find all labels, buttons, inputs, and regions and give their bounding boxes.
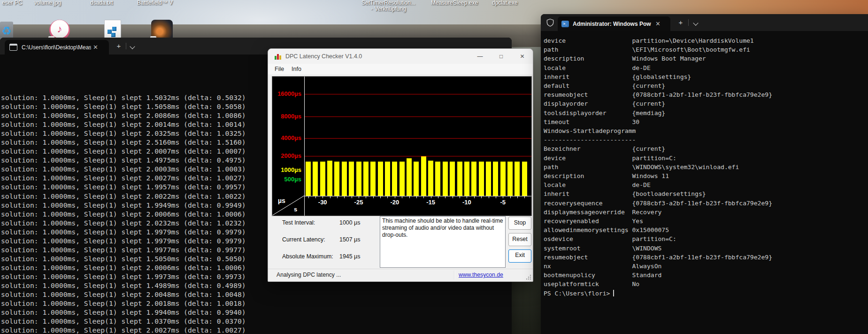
powershell-line: ------------------------- <box>544 135 772 144</box>
chart-x-tick <box>496 196 496 198</box>
terminal-tab[interactable]: C:\Users\flori\Desktop\Measu ✕ <box>5 40 109 54</box>
tab-close-icon[interactable]: ✕ <box>93 44 98 51</box>
latency-bar <box>515 162 520 196</box>
close-button[interactable]: ✕ <box>512 49 533 64</box>
chart-x-tick <box>524 196 525 198</box>
new-tab-button[interactable]: + <box>676 18 685 27</box>
chart-gridline <box>305 156 531 156</box>
thesycon-link[interactable]: www.thesycon.de <box>459 272 503 278</box>
stat-row: Absolute Maximum:1945 µs <box>282 253 381 261</box>
maximize-button[interactable]: □ <box>491 49 512 64</box>
latency-bar <box>479 162 484 196</box>
terminal-line: solution: 1.0000ms, Sleep(1) slept 1.997… <box>1 245 246 254</box>
resize-grip[interactable] <box>525 274 531 280</box>
powershell-line: locale de-DE <box>544 63 772 72</box>
stop-button[interactable]: Stop <box>508 217 531 230</box>
latency-bar <box>385 162 390 196</box>
stat-label: Absolute Maximum: <box>282 253 333 260</box>
chart-x-tick <box>416 196 417 198</box>
powershell-line: toolsdisplayorder {memdiag} <box>544 109 772 117</box>
powershell-line: default {current} <box>544 81 772 90</box>
latency-bar <box>464 162 469 196</box>
reset-button[interactable]: Reset <box>508 233 531 246</box>
powershell-line: inherit {globalsettings} <box>544 72 772 81</box>
powershell-line: nx AlwaysOn <box>544 262 772 271</box>
desktop-icon-label[interactable]: volume.jpg <box>34 0 61 6</box>
new-tab-button[interactable]: + <box>114 41 123 51</box>
chart-gridline <box>305 117 531 117</box>
chart-x-tick-label: -5 <box>493 199 512 206</box>
powershell-tabbar: >_ Administrator: Windows Pow ✕ + <box>541 14 868 31</box>
powershell-line: resumeobject {0788cbf1-a2bf-11ef-b23f-fb… <box>544 253 772 262</box>
tab-close-icon[interactable]: ✕ <box>655 20 661 27</box>
chart-y-tick-label: 8000µs <box>272 113 301 120</box>
powershell-line: description Windows 11 <box>544 171 772 180</box>
exit-button[interactable]: Exit <box>508 249 531 263</box>
powershell-icon: >_ <box>561 21 569 27</box>
stat-row: Current Latency:1507 µs <box>282 236 381 244</box>
powershell-line: inherit {bootloadersettings} <box>544 189 772 198</box>
stat-row: Test Interval:1000 µs <box>282 219 381 227</box>
y-unit-label: µs <box>278 197 285 204</box>
chart-x-tick <box>431 196 431 198</box>
powershell-line: description Windows Boot Manager <box>544 54 772 63</box>
powershell-window: >_ Administrator: Windows Pow ✕ + device… <box>541 14 868 334</box>
chart-x-tick <box>337 196 338 198</box>
latency-bar <box>450 162 455 196</box>
desktop-icon-label[interactable]: dpclat.exe <box>492 0 518 6</box>
desktop-icon-label[interactable]: dsada.txt <box>90 0 113 6</box>
dpc-titlebar[interactable]: DPC Latency Checker V1.4.0 — □ ✕ <box>268 49 533 64</box>
tab-divider <box>126 43 126 49</box>
tab-dropdown-button[interactable] <box>128 41 137 51</box>
terminal-line: solution: 1.0000ms, Sleep(1) slept 1.498… <box>1 281 246 290</box>
chart-x-tick <box>373 196 374 198</box>
desktop-icon-label[interactable]: SetTimerResolution... - Verknüpfung <box>361 0 415 12</box>
latency-bar <box>378 162 383 196</box>
window-title: DPC Latency Checker V1.4.0 <box>285 53 362 60</box>
desktop-icon-label[interactable]: Battlefield™ V <box>137 0 173 6</box>
tab-divider <box>688 19 689 26</box>
latency-bar <box>428 161 433 196</box>
powershell-line: path \WINDOWS\system32\winload.efi <box>544 163 772 171</box>
latency-bar <box>486 162 491 196</box>
latency-bar <box>507 162 513 196</box>
powershell-line: locale de-DE <box>544 180 772 189</box>
chart-x-tick <box>445 196 446 198</box>
chart-x-tick <box>387 196 388 198</box>
terminal-output: solution: 1.0000ms, Sleep(1) slept 1.503… <box>1 93 246 334</box>
stat-value: 1507 µs <box>339 236 360 243</box>
terminal-line: solution: 1.0000ms, Sleep(1) slept 2.002… <box>1 326 246 334</box>
terminal-line: solution: 1.0000ms, Sleep(1) slept 1.997… <box>1 236 246 245</box>
prompt-text: PS C:\Users\flori> <box>544 290 610 297</box>
latency-bar <box>334 162 339 196</box>
terminal-line: solution: 1.0000ms, Sleep(1) slept 1.505… <box>1 102 246 111</box>
dpc-statusbar: Analysing DPC latency ... www.thesycon.d… <box>268 269 533 281</box>
desktop-icon-label[interactable]: eser PC <box>2 0 22 6</box>
menu-info[interactable]: Info <box>289 65 304 73</box>
powershell-line: allowedinmemorysettings 0x15000075 <box>544 225 772 234</box>
terminal-line: solution: 1.0000ms, Sleep(1) slept 2.000… <box>1 147 246 155</box>
powershell-tab-title: Administrator: Windows Pow <box>573 21 653 27</box>
tab-dropdown-button[interactable] <box>691 18 700 27</box>
chart-x-tick-label: -30 <box>313 199 332 206</box>
chart-x-tick <box>308 196 309 198</box>
desktop-icon-label[interactable]: MeasureSleep.exe <box>431 0 478 6</box>
chart-x-tick <box>402 196 402 198</box>
chart-x-tick <box>344 196 345 198</box>
powershell-line: displayorder {current} <box>544 99 772 108</box>
terminal-line: solution: 1.0000ms, Sleep(1) slept 1.997… <box>1 272 246 281</box>
chart-x-tick <box>323 196 323 198</box>
chart-x-tick-label: -20 <box>385 199 404 206</box>
terminal-line: solution: 1.0000ms, Sleep(1) slept 1.997… <box>1 227 246 236</box>
powershell-prompt[interactable]: PS C:\Users\flori> <box>544 289 772 298</box>
terminal-line: solution: 1.0000ms, Sleep(1) slept 2.000… <box>1 263 246 272</box>
latency-bar <box>392 162 397 196</box>
chart-x-tick <box>510 196 511 198</box>
chart-x-tick <box>489 196 489 198</box>
powershell-line: bootmenupolicy Standard <box>544 271 772 280</box>
powershell-tab[interactable]: >_ Administrator: Windows Pow ✕ <box>558 16 670 31</box>
stat-label: Test Interval: <box>282 219 315 226</box>
dpc-status-text: Analysing DPC latency ... <box>277 272 341 278</box>
menu-file[interactable]: File <box>272 65 286 73</box>
minimize-button[interactable]: — <box>469 49 491 64</box>
